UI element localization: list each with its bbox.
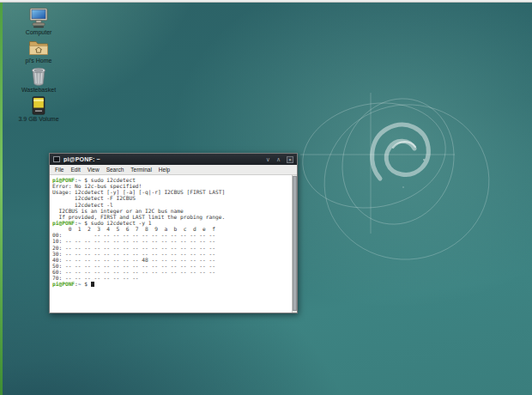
terminal-line: I2CBUS is an integer or an I2C bus name bbox=[52, 208, 289, 214]
terminal-window: pi@PONF: ~ ∨ ∧ × FileEditViewSearchTermi… bbox=[49, 153, 298, 313]
menu-edit[interactable]: Edit bbox=[67, 165, 83, 174]
shade-window-button[interactable]: ∨ bbox=[266, 156, 270, 162]
screen-top-edge bbox=[0, 0, 532, 3]
orbit-ellipse bbox=[314, 94, 499, 270]
desktop-icon-volume[interactable]: 3.9 GB Volume bbox=[11, 96, 66, 123]
terminal-line: 0 1 2 3 4 5 6 7 8 9 a b c d e f bbox=[52, 226, 289, 232]
terminal-line: Error: No i2c-bus specified! bbox=[52, 183, 289, 189]
debian-swirl-icon bbox=[372, 125, 429, 188]
terminal-line: pi@PONF:~ $ bbox=[52, 281, 289, 287]
terminal-line: 20: -- -- -- -- -- -- -- -- -- -- -- -- … bbox=[52, 245, 289, 251]
computer-icon bbox=[29, 8, 48, 28]
terminal-screen[interactable]: pi@PONF:~ $ sudo i2cdetectError: No i2c-… bbox=[52, 177, 289, 313]
orbit-ellipse bbox=[326, 84, 469, 239]
window-title: pi@PONF: ~ bbox=[63, 156, 266, 162]
terminal-line: 50: -- -- -- -- -- -- -- -- -- -- -- -- … bbox=[52, 263, 289, 269]
maximize-window-button[interactable]: ∧ bbox=[276, 156, 281, 162]
terminal-app-icon bbox=[53, 156, 60, 162]
desktop-icon-label: 3.9 GB Volume bbox=[18, 116, 58, 123]
removable-volume-icon bbox=[31, 96, 46, 115]
close-window-button[interactable]: × bbox=[287, 156, 293, 163]
screen-left-edge bbox=[0, 3, 3, 395]
menu-terminal[interactable]: Terminal bbox=[127, 165, 155, 174]
terminal-menubar: FileEditViewSearchTerminalHelp bbox=[50, 165, 297, 175]
terminal-titlebar[interactable]: pi@PONF: ~ ∨ ∧ × bbox=[50, 154, 297, 165]
terminal-body: pi@PONF:~ $ sudo i2cdetectError: No i2c-… bbox=[50, 175, 297, 313]
terminal-line: 40: -- -- -- -- -- -- -- -- 48 -- -- -- … bbox=[52, 257, 289, 263]
desktop-icon-label: Computer bbox=[26, 29, 52, 36]
terminal-line: pi@PONF:~ $ sudo i2cdetect bbox=[52, 177, 289, 183]
terminal-cursor bbox=[91, 282, 94, 288]
menu-file[interactable]: File bbox=[51, 165, 67, 174]
terminal-line: Usage: i2cdetect [-y] [-a] [-q|-r] I2CBU… bbox=[52, 189, 289, 195]
terminal-line: pi@PONF:~ $ sudo i2cdetect -y 1 bbox=[52, 220, 289, 226]
terminal-scrollbar[interactable] bbox=[292, 175, 297, 313]
desktop-icon-label: Wastebasket bbox=[21, 87, 56, 94]
menu-help[interactable]: Help bbox=[155, 165, 173, 174]
desktop-icon-label: pi's Home bbox=[26, 58, 52, 64]
desktop-icon-computer[interactable]: Computer bbox=[11, 8, 66, 36]
wastebasket-icon bbox=[30, 67, 47, 86]
terminal-line: i2cdetect -l bbox=[52, 202, 289, 208]
desktop-icon-column: Computer pi's Home Wastebasket bbox=[11, 8, 66, 123]
terminal-line: 70: -- -- -- -- -- -- -- -- bbox=[52, 275, 289, 281]
terminal-line: If provided, FIRST and LAST limit the pr… bbox=[52, 214, 289, 220]
terminal-line: 60: -- -- -- -- -- -- -- -- -- -- -- -- … bbox=[52, 269, 289, 275]
desktop-icon-home-folder[interactable]: pi's Home bbox=[11, 39, 66, 64]
terminal-line: 30: -- -- -- -- -- -- -- -- -- -- -- -- … bbox=[52, 251, 289, 257]
terminal-line: i2cdetect -F I2CBUS bbox=[52, 195, 289, 201]
scrollbar-thumb[interactable] bbox=[293, 176, 297, 311]
terminal-line: 10: -- -- -- -- -- -- -- -- -- -- -- -- … bbox=[52, 238, 289, 244]
desktop: Computer pi's Home Wastebasket bbox=[0, 0, 532, 395]
window-controls: ∨ ∧ × bbox=[266, 156, 293, 163]
terminal-line: 00: -- -- -- -- -- -- -- -- -- -- -- -- … bbox=[52, 232, 289, 238]
desktop-icon-wastebasket[interactable]: Wastebasket bbox=[11, 67, 66, 94]
menu-view[interactable]: View bbox=[84, 165, 103, 174]
home-folder-icon bbox=[28, 39, 49, 57]
menu-search[interactable]: Search bbox=[103, 165, 128, 174]
